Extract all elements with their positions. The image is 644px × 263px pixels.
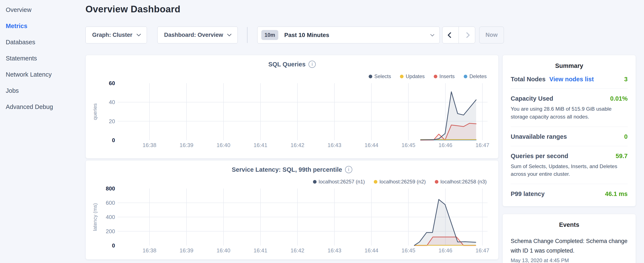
service-latency-chart-card: Service Latency: SQL, 99th percentile lo… (86, 160, 498, 259)
summary-label: Queries per second (511, 153, 568, 160)
time-step-buttons (442, 27, 475, 43)
summary-title: Summary (511, 55, 628, 69)
sidebar-item-statements[interactable]: Statements (0, 50, 85, 66)
summary-row-unavailable-ranges: Unavailable ranges 0 (511, 127, 628, 146)
svg-text:0: 0 (112, 137, 115, 143)
svg-text:16:46: 16:46 (438, 247, 452, 254)
graph-dropdown[interactable]: Graph: Cluster (86, 27, 147, 43)
sidebar-item-network-latency[interactable]: Network Latency (0, 66, 85, 83)
graph-dropdown-label: Graph: Cluster (92, 32, 132, 38)
svg-text:16:38: 16:38 (142, 247, 156, 254)
chevron-left-icon (448, 32, 454, 38)
summary-label: P99 latency (511, 190, 545, 197)
svg-text:16:40: 16:40 (216, 142, 230, 148)
time-window-label: Past 10 Minutes (284, 32, 430, 39)
sidebar-item-metrics[interactable]: Metrics (0, 18, 85, 34)
svg-text:16:43: 16:43 (328, 142, 341, 148)
svg-text:600: 600 (106, 200, 115, 206)
svg-text:16:41: 16:41 (254, 142, 267, 148)
time-window-badge: 10m (261, 30, 278, 40)
chevron-right-icon (464, 32, 470, 38)
sidebar-item-overview[interactable]: Overview (0, 2, 85, 18)
dashboard-dropdown[interactable]: Dashboard: Overview (157, 27, 238, 43)
summary-description: You are using 28.6 MiB of 515.9 GiB usab… (511, 105, 621, 121)
svg-text:latency (ms): latency (ms) (92, 203, 98, 231)
svg-text:16:40: 16:40 (216, 247, 230, 254)
svg-text:16:44: 16:44 (364, 142, 378, 148)
svg-text:16:45: 16:45 (402, 142, 415, 148)
summary-row-p99-latency: P99 latency 46.1 ms (511, 184, 628, 203)
svg-text:16:46: 16:46 (438, 142, 452, 148)
summary-value: 0.01% (610, 95, 628, 102)
events-title: Events (511, 214, 628, 228)
svg-text:16:42: 16:42 (290, 142, 304, 148)
svg-text:16:47: 16:47 (476, 142, 489, 148)
summary-row-queries-per-second: Queries per second 59.7 Sum of Selects, … (511, 146, 628, 184)
sql-queries-chart-card: SQL Queries SelectsUpdatesInsertsDeletes… (86, 55, 498, 158)
svg-text:16:42: 16:42 (290, 247, 304, 254)
svg-text:16:45: 16:45 (402, 247, 415, 254)
sidebar-item-advanced-debug[interactable]: Advanced Debug (0, 99, 85, 115)
svg-text:400: 400 (106, 214, 115, 220)
svg-text:20: 20 (109, 118, 115, 124)
summary-value: 3 (624, 76, 628, 83)
vertical-divider (247, 27, 248, 43)
summary-label: Capacity Used (511, 95, 553, 102)
chevron-down-icon (430, 32, 434, 36)
time-next-button[interactable] (458, 27, 475, 43)
summary-value: 0 (624, 133, 628, 140)
time-window-selector[interactable]: 10m Past 10 Minutes (257, 27, 440, 43)
sidebar-item-jobs[interactable]: Jobs (0, 83, 85, 99)
sql-queries-plot: 020406016:3816:3916:4016:4116:4216:4316:… (86, 55, 499, 159)
summary-description: Sum of Selects, Updates, Inserts, and De… (511, 163, 621, 178)
svg-text:40: 40 (109, 99, 115, 105)
svg-text:queries: queries (92, 103, 98, 120)
view-nodes-list-link[interactable]: View nodes list (550, 76, 594, 83)
dashboard-dropdown-label: Dashboard: Overview (164, 32, 223, 38)
summary-label: Total Nodes (511, 76, 546, 83)
svg-text:16:44: 16:44 (364, 247, 378, 254)
svg-text:800: 800 (106, 185, 115, 192)
time-prev-button[interactable] (442, 27, 458, 43)
summary-panel: Summary Total Nodes View nodes list 3 Ca… (502, 55, 636, 206)
service-latency-plot: 020040060080016:3816:3916:4016:4116:4216… (86, 160, 499, 260)
svg-text:0: 0 (112, 242, 115, 249)
svg-text:16:47: 16:47 (476, 247, 489, 254)
summary-row-total-nodes: Total Nodes View nodes list 3 (511, 69, 628, 89)
summary-label: Unavailable ranges (511, 133, 567, 140)
sidebar-item-databases[interactable]: Databases (0, 34, 85, 50)
svg-text:200: 200 (106, 228, 115, 234)
svg-text:60: 60 (109, 80, 115, 86)
controls-bar: Graph: Cluster Dashboard: Overview 10m P… (86, 27, 504, 43)
summary-value: 46.1 ms (605, 190, 628, 197)
sidebar: Overview Metrics Databases Statements Ne… (0, 0, 85, 115)
svg-text:16:38: 16:38 (142, 142, 156, 148)
event-timestamp: May 13, 2020 at 4:45 PM (511, 257, 628, 263)
events-panel: Events Schema Change Completed: Schema c… (502, 214, 636, 263)
svg-text:16:39: 16:39 (180, 142, 193, 148)
svg-text:16:39: 16:39 (180, 247, 193, 254)
now-button[interactable]: Now (479, 27, 504, 43)
svg-text:16:43: 16:43 (328, 247, 341, 254)
chevron-down-icon (227, 32, 232, 36)
summary-row-capacity-used: Capacity Used 0.01% You are using 28.6 M… (511, 89, 628, 127)
summary-value: 59.7 (616, 153, 628, 160)
page-title: Overview Dashboard (86, 4, 180, 15)
svg-text:16:41: 16:41 (254, 247, 267, 254)
chevron-down-icon (136, 32, 141, 36)
event-message: Schema Change Completed: Schema change w… (511, 236, 628, 255)
